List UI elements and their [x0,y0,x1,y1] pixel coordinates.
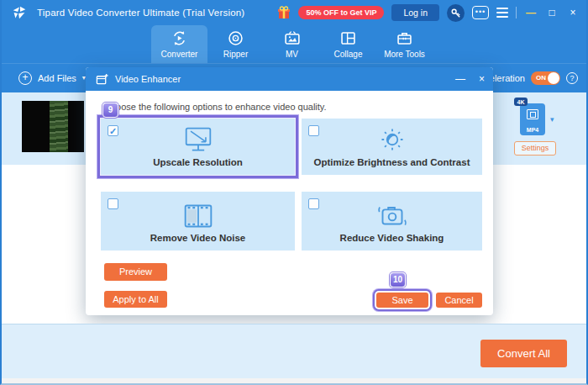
tab-ripper-label: Ripper [223,50,248,59]
toggle-knob [548,72,559,84]
menu-icon[interactable] [496,8,508,18]
tab-mv[interactable]: MV [264,25,320,63]
filmstrip-glyph-icon [527,109,538,119]
register-key-icon[interactable] [447,4,465,22]
tab-collage-label: Collage [334,50,363,59]
title-bar: Tipard Video Converter Ultimate (Trial V… [2,0,586,25]
dialog-close-button[interactable]: × [479,73,485,85]
format-label: MP4 [520,127,545,133]
plus-icon: + [18,71,32,85]
option-label: Reduce Video Shaking [302,233,482,243]
minimize-button[interactable]: — [524,0,538,25]
save-button[interactable]: Save [376,293,428,308]
camera-shake-icon [373,202,412,230]
window-base-strip [2,378,586,383]
filmstrip-noise-icon [179,202,218,230]
close-button[interactable]: × [566,0,580,25]
cancel-button[interactable]: Cancel [436,293,482,308]
vip-promo-badge[interactable]: 50% OFF to Get VIP [298,6,384,19]
convert-all-button[interactable]: Convert All [480,340,567,367]
feedback-icon[interactable]: ••• [472,6,489,19]
sun-brightness-icon [375,125,409,154]
collage-grid-icon [339,29,357,47]
nav-bar: Converter Ripper MV [2,25,586,63]
monitor-upscale-icon [179,125,218,154]
app-window: Tipard Video Converter Ultimate (Trial V… [0,0,588,385]
help-icon[interactable]: ? [566,72,578,84]
video-enhancer-dialog: Video Enhancer — × Choose the following … [86,67,493,315]
mv-tv-icon [283,29,302,47]
video-enhancer-icon [96,73,108,86]
format-caret-icon[interactable]: ▾ [550,115,554,124]
add-files-label: Add Files [38,73,76,83]
option-label: Remove Video Noise [101,233,295,243]
annotation-step-badge: 10 [390,272,406,287]
maximize-button[interactable]: □ [545,0,559,25]
tab-more-tools-label: More Tools [384,50,425,59]
login-button[interactable]: Log in [391,4,439,21]
annotation-step-badge: 9 [102,103,118,118]
option-upscale-resolution[interactable]: ✓ Upscale Resolution [101,119,295,175]
tipard-logo-icon [10,3,29,22]
titlebar-divider [516,7,517,18]
preview-button[interactable]: Preview [104,263,167,281]
option-label: Optimize Brightness and Contrast [302,157,482,167]
dialog-minimize-button[interactable]: — [455,73,465,85]
video-thumbnail [22,101,84,152]
acceleration-toggle[interactable]: ON [531,71,560,85]
4k-badge: 4K [514,98,528,106]
converter-icon [171,29,188,47]
app-title: Tipard Video Converter Ultimate (Trial V… [37,8,244,18]
settings-button[interactable]: Settings [514,141,556,156]
toolbox-icon [396,29,413,47]
dialog-title: Video Enhancer [115,74,181,84]
option-reduce-shaking[interactable]: Reduce Video Shaking [302,192,482,251]
tab-ripper[interactable]: Ripper [207,25,264,63]
dialog-header: Video Enhancer — × [86,67,493,91]
tab-collage[interactable]: Collage [320,25,376,63]
gift-icon[interactable] [277,6,291,19]
tab-converter[interactable]: Converter [151,25,207,63]
option-optimize-brightness[interactable]: Optimize Brightness and Contrast [302,119,482,175]
hardware-acceleration-group: celeration ON ? [485,63,578,92]
ripper-dvd-icon [227,29,244,47]
option-label: Upscale Resolution [101,157,295,167]
option-remove-noise[interactable]: Remove Video Noise [101,192,295,251]
tab-more-tools[interactable]: More Tools [376,25,433,63]
tab-mv-label: MV [286,50,298,59]
apply-to-all-button[interactable]: Apply to All [104,291,167,308]
add-files-button[interactable]: + Add Files ▾ [18,63,86,92]
tab-converter-label: Converter [161,50,198,59]
output-format-icon[interactable]: 4K MP4 [520,103,545,135]
dialog-description: Choose the following options to enhance … [104,102,327,112]
